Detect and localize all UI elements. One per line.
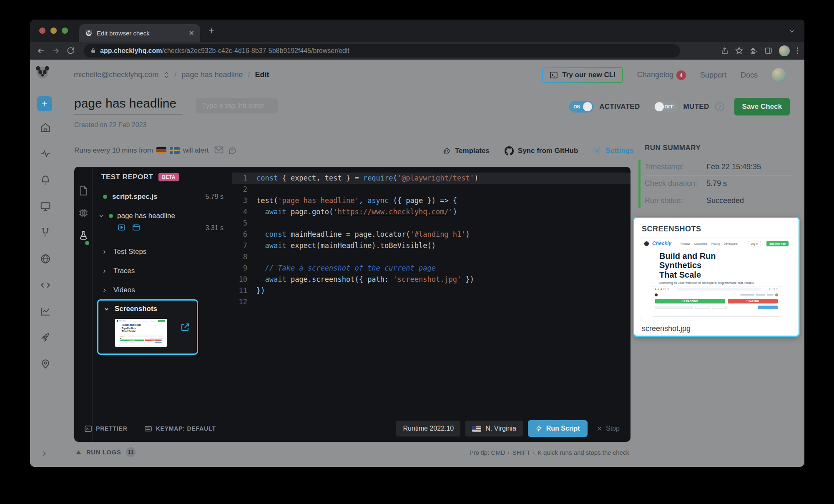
settings-button[interactable]: Settings bbox=[593, 147, 633, 155]
debug-chip-icon[interactable] bbox=[78, 208, 89, 218]
tab-close-icon[interactable]: ✕ bbox=[189, 29, 194, 37]
video-preview-icon[interactable] bbox=[117, 223, 126, 231]
checkly-logo-icon[interactable] bbox=[35, 65, 50, 80]
section-test-steps[interactable]: Test Steps bbox=[101, 248, 146, 256]
try-cli-button[interactable]: Try our new CLI bbox=[542, 67, 623, 83]
support-link[interactable]: Support bbox=[700, 71, 726, 80]
region-selector[interactable]: N. Virginia bbox=[465, 421, 523, 436]
summary-row-status: Run status: Succeeded bbox=[645, 192, 793, 209]
line-number: 7 bbox=[232, 240, 256, 251]
keymap-button[interactable]: KEYMAP: DEFAULT bbox=[144, 425, 216, 433]
code-editor[interactable]: 1const { expect, test } = require('@play… bbox=[232, 167, 631, 415]
screenshots-card-title: SCREENSHOTS bbox=[642, 225, 799, 233]
activated-toggle[interactable]: ON bbox=[569, 101, 593, 113]
prettier-button[interactable]: PRETTIER bbox=[84, 425, 128, 433]
templates-button[interactable]: Templates bbox=[442, 147, 490, 155]
side-panel-icon[interactable] bbox=[764, 47, 772, 55]
code-line[interactable]: 11}) bbox=[232, 285, 631, 296]
window-controls[interactable] bbox=[39, 28, 68, 34]
muted-help-icon[interactable]: ? bbox=[715, 102, 724, 111]
test-case-row[interactable]: page has headline 3.31 s bbox=[98, 212, 227, 231]
browser-tabstrip: Edit browser check ✕ + bbox=[30, 20, 804, 42]
forward-icon[interactable] bbox=[52, 47, 60, 55]
spec-file-row[interactable]: script.spec.js 5.79 s bbox=[93, 193, 232, 201]
section-traces[interactable]: Traces bbox=[101, 267, 135, 275]
line-number: 5 bbox=[232, 218, 256, 229]
code-line[interactable]: 9 // Take a screenshot of the current pa… bbox=[232, 263, 631, 274]
minimize-window-icon[interactable] bbox=[50, 28, 57, 34]
save-check-button[interactable]: Save Check bbox=[734, 98, 790, 115]
code-line[interactable]: 4 await page.goto('https://www.checklyhq… bbox=[232, 206, 631, 218]
screenshots-card-highlighted[interactable]: SCREENSHOTS Checkly ProductCustomersPric… bbox=[633, 217, 800, 337]
rocket-icon[interactable] bbox=[40, 332, 51, 343]
back-icon[interactable] bbox=[37, 47, 45, 55]
github-icon bbox=[505, 146, 514, 155]
chevron-down-icon[interactable] bbox=[103, 306, 110, 312]
muted-toggle[interactable]: OFF bbox=[653, 101, 678, 113]
test-report-flask-icon[interactable] bbox=[78, 230, 89, 241]
runtime-selector[interactable]: Runtime 2022.10 bbox=[396, 421, 460, 436]
bell-icon[interactable] bbox=[40, 175, 51, 186]
file-tab-icon[interactable] bbox=[78, 185, 89, 196]
home-icon[interactable] bbox=[40, 122, 51, 133]
app-sidebar: + bbox=[30, 60, 60, 467]
browser-menu-icon[interactable] bbox=[796, 47, 799, 55]
tag-input[interactable] bbox=[196, 98, 278, 113]
run-summary-status-bar bbox=[638, 160, 641, 208]
bookmark-star-icon[interactable] bbox=[735, 47, 743, 55]
account-switcher[interactable]: michelle@checklyhq.com bbox=[74, 70, 158, 79]
account-switcher-chevrons-icon[interactable] bbox=[163, 71, 169, 79]
browser-profile-avatar[interactable] bbox=[779, 45, 790, 56]
stop-button[interactable]: ✕Stop bbox=[593, 425, 624, 433]
maximize-window-icon[interactable] bbox=[62, 28, 68, 34]
code-line[interactable]: 6 const mainHeadline = page.locator('#la… bbox=[232, 229, 631, 240]
reload-icon[interactable] bbox=[67, 47, 75, 55]
expand-sidebar-chevron-icon[interactable] bbox=[40, 449, 48, 458]
docs-link[interactable]: Docs bbox=[741, 71, 758, 80]
code-line[interactable]: 1const { expect, test } = require('@play… bbox=[232, 173, 631, 184]
browser-toolbar-actions bbox=[721, 42, 799, 60]
tab-overflow-chevron-icon[interactable] bbox=[789, 28, 795, 35]
extensions-puzzle-icon[interactable] bbox=[750, 47, 758, 55]
chat-alert-icon[interactable] bbox=[228, 146, 237, 155]
share-icon[interactable] bbox=[721, 47, 728, 55]
globe-icon[interactable] bbox=[40, 253, 51, 264]
breadcrumb-check-name[interactable]: page has headline bbox=[181, 70, 243, 79]
line-number: 11 bbox=[232, 285, 256, 296]
create-new-button[interactable]: + bbox=[37, 96, 52, 111]
run-logs-toggle[interactable]: RUN LOGS 11 bbox=[76, 447, 136, 457]
new-tab-icon[interactable]: + bbox=[208, 26, 214, 35]
chart-icon[interactable] bbox=[40, 306, 51, 317]
code-line[interactable]: 8 bbox=[232, 251, 631, 263]
monitor-icon[interactable] bbox=[40, 201, 51, 212]
screenshot-full-preview[interactable]: Checkly ProductCustomersPricingDeveloper… bbox=[640, 238, 793, 319]
section-videos[interactable]: Videos bbox=[101, 286, 135, 294]
close-window-icon[interactable] bbox=[39, 28, 45, 34]
chevron-down-icon[interactable] bbox=[98, 213, 105, 219]
map-pin-icon[interactable] bbox=[40, 359, 51, 369]
user-avatar[interactable] bbox=[772, 68, 786, 82]
code-icon[interactable] bbox=[40, 280, 51, 291]
browser-tab[interactable]: Edit browser check ✕ bbox=[79, 24, 200, 42]
address-bar[interactable]: app.checklyhq.com/checks/a2ec932b-c42c-4… bbox=[84, 44, 680, 58]
browser-window-icon[interactable] bbox=[132, 223, 141, 231]
maintenance-wrench-icon[interactable] bbox=[40, 227, 51, 238]
changelog-link[interactable]: Changelog4 bbox=[637, 70, 686, 80]
run-script-button[interactable]: Run Script bbox=[528, 420, 588, 437]
email-alert-icon[interactable] bbox=[214, 146, 224, 154]
created-date: Created on 22 Feb 2023 bbox=[74, 121, 146, 129]
browser-window: Edit browser check ✕ + app.checklyhq.com… bbox=[30, 20, 804, 467]
site-login-button: Log in bbox=[748, 241, 761, 246]
check-name-input[interactable]: page has headline bbox=[74, 96, 183, 115]
sync-github-button[interactable]: Sync from GitHub bbox=[505, 146, 578, 155]
code-line[interactable]: 10 await page.screenshot({ path: 'screen… bbox=[232, 274, 631, 285]
section-screenshots-highlighted[interactable]: Screenshots Checkly ProductCustomersPric… bbox=[97, 299, 198, 355]
code-line[interactable]: 7 await expect(mainHeadline).toBeVisible… bbox=[232, 240, 631, 251]
screenshot-thumbnail[interactable]: Checkly ProductCustomersPricingDeveloper… bbox=[115, 319, 167, 347]
code-line[interactable]: 2 bbox=[232, 184, 631, 195]
code-line[interactable]: 12 bbox=[232, 296, 631, 308]
activity-icon[interactable] bbox=[40, 148, 51, 159]
code-line[interactable]: 5 bbox=[232, 218, 631, 229]
open-external-icon[interactable] bbox=[180, 322, 190, 332]
code-line[interactable]: 3test('page has headline', async ({ page… bbox=[232, 195, 631, 206]
